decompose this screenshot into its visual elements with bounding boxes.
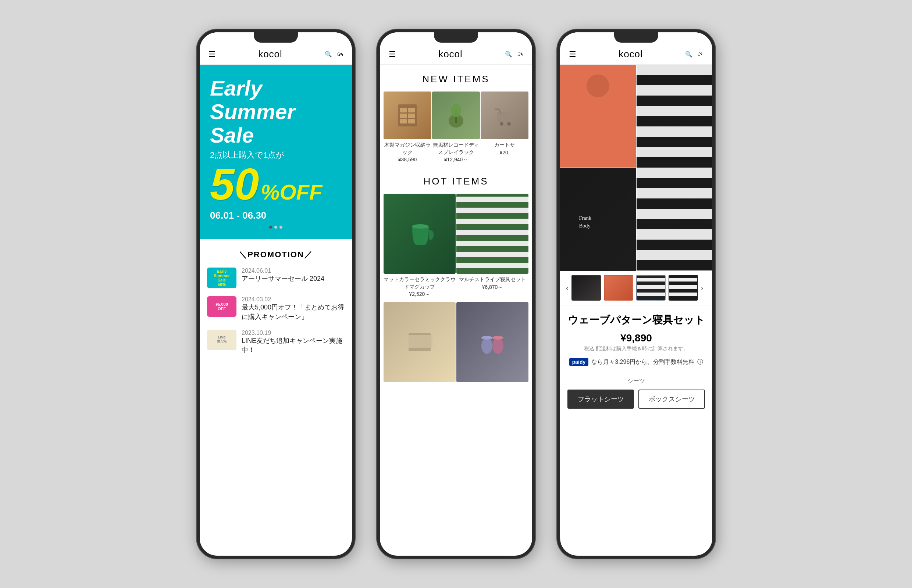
product-type: シーツ — [567, 377, 705, 385]
promo-date-2: 2024.03.02 — [241, 296, 345, 303]
phone-3: ☰ kocol 🔍 🛍 — [557, 29, 715, 559]
svg-point-19 — [492, 338, 504, 354]
promo-pink-mini: ¥5,000OFF — [215, 302, 228, 311]
promo-title-3: LINE友だち追加キャンペーン実施中！ — [241, 336, 345, 355]
dot-2 — [274, 226, 277, 229]
banner-dots — [210, 226, 342, 229]
search-icon-2[interactable]: 🔍 — [505, 51, 512, 58]
bag-icon-2[interactable]: 🛍 — [517, 51, 523, 58]
promo-info-2: 2024.03.02 最大5,000円オフ！「まとめてお得に購入キャンペーン」 — [241, 296, 345, 321]
hero-img-top-left — [560, 65, 636, 168]
svg-point-18 — [481, 338, 492, 354]
promo-item-3[interactable]: LINE友だち 2023.10.19 LINE友だち追加キャンペーン実施中！ — [207, 330, 345, 355]
hot-item-4[interactable] — [456, 302, 528, 382]
sale-subtitle: 2点以上購入で1点が — [210, 150, 342, 161]
sale-discount: 50 %OFF — [210, 162, 342, 206]
thumb-1[interactable] — [572, 275, 601, 300]
hot-item-4-img — [456, 302, 528, 382]
new-items-title: NEW ITEMS — [380, 73, 532, 85]
svg-point-21 — [492, 336, 504, 339]
thumb-2[interactable] — [604, 275, 633, 300]
svg-rect-1 — [400, 108, 407, 113]
svg-point-15 — [412, 224, 428, 229]
menu-icon-3[interactable]: ☰ — [569, 50, 576, 58]
phone-3-content: Frank Body ‹ › — [560, 65, 712, 556]
svg-text:Body: Body — [579, 223, 591, 229]
paidy-logo: paidy — [569, 358, 589, 366]
svg-rect-5 — [400, 119, 407, 123]
header-icons-3: 🔍 🛍 — [685, 51, 703, 58]
search-icon-1[interactable]: 🔍 — [325, 51, 332, 58]
promo-beige-mini: LINE友だち — [217, 336, 227, 344]
phone-2-content: NEW ITEMS 木製マガジン収納ラック — [380, 65, 532, 556]
dot-1 — [269, 226, 272, 229]
promo-item-1[interactable]: EarlySummerSale50% 2024.06.01 アーリーサマーセール… — [207, 268, 345, 288]
promo-date-3: 2023.10.19 — [241, 330, 345, 336]
paidy-info-icon[interactable]: ⓘ — [697, 358, 703, 366]
phones-container: ☰ kocol 🔍 🛍 Early Summer Sale 2点以上購入で1点が… — [197, 29, 715, 559]
new-item-1-name: 木製マガジン収納ラック — [384, 142, 431, 156]
product-name: ウェーブパターン寝具セット — [567, 313, 705, 327]
option-box[interactable]: ボックスシーツ — [638, 389, 705, 409]
paidy-text: なら月々3,296円から。分割手数料無料 — [591, 358, 694, 366]
promo-info-1: 2024.06.01 アーリーサマーセール 2024 — [241, 268, 324, 283]
logo-2: kocol — [396, 48, 505, 60]
paidy-row: paidy なら月々3,296円から。分割手数料無料 ⓘ — [567, 358, 705, 366]
header-icons-2: 🔍 🛍 — [505, 51, 523, 58]
bag-icon-3[interactable]: 🛍 — [698, 51, 703, 58]
promo-thumb-pink: ¥5,000OFF — [207, 296, 237, 317]
promo-date-1: 2024.06.01 — [241, 268, 324, 274]
promo-thumb-sale: EarlySummerSale50% — [207, 268, 237, 288]
phone-notch-1 — [254, 32, 298, 43]
product-hero: Frank Body — [560, 65, 712, 270]
new-item-2-price: ¥12,940～ — [432, 157, 480, 163]
search-icon-3[interactable]: 🔍 — [685, 51, 692, 58]
hero-img-bottom-left: Frank Body — [560, 168, 636, 271]
svg-point-11 — [500, 122, 504, 126]
svg-text:Frank: Frank — [579, 215, 592, 221]
menu-icon-2[interactable]: ☰ — [389, 50, 396, 58]
promotion-section: ＼PROMOTION／ EarlySummerSale50% 2024.06.0… — [200, 239, 352, 355]
svg-rect-2 — [408, 108, 415, 113]
hot-items-grid: マットカラーセラミッククラウドマグカップ ¥2,520～ マルチストライプ寝具セ… — [380, 194, 532, 382]
hot-items-title: HOT ITEMS — [380, 176, 532, 187]
new-item-2[interactable]: 無垢材レコードディスプレイラック ¥12,940～ — [432, 92, 480, 167]
menu-icon-1[interactable]: ☰ — [209, 50, 216, 58]
phone-notch-3 — [614, 32, 658, 43]
hot-item-1-name: マットカラーセラミッククラウドマグカップ — [384, 276, 456, 290]
thumb-3[interactable] — [636, 275, 666, 300]
bag-icon-1[interactable]: 🛍 — [337, 51, 343, 58]
next-thumb-button[interactable]: › — [701, 284, 703, 292]
new-item-1-img — [384, 92, 431, 139]
hot-item-1[interactable]: マットカラーセラミッククラウドマグカップ ¥2,520～ — [384, 194, 456, 301]
new-item-3-img — [481, 92, 528, 139]
prev-thumb-button[interactable]: ‹ — [566, 284, 569, 292]
hot-item-2-img — [456, 194, 528, 274]
svg-point-23 — [586, 74, 609, 97]
svg-point-20 — [481, 336, 492, 339]
promo-item-2[interactable]: ¥5,000OFF 2024.03.02 最大5,000円オフ！「まとめてお得に… — [207, 296, 345, 321]
svg-rect-17 — [407, 335, 433, 348]
svg-rect-3 — [400, 113, 407, 118]
hot-item-2[interactable]: マルチストライプ寝具セット ¥6,870～ — [456, 194, 528, 301]
thumb-4[interactable] — [669, 275, 698, 300]
hot-item-1-price: ¥2,520～ — [384, 291, 456, 298]
promo-title-1: アーリーサマーセール 2024 — [241, 274, 324, 283]
svg-rect-6 — [408, 119, 415, 123]
new-item-1[interactable]: 木製マガジン収納ラック ¥38,590 — [384, 92, 431, 167]
sale-off: %OFF — [261, 180, 322, 204]
svg-point-12 — [507, 122, 511, 126]
sale-dates: 06.01 - 06.30 — [210, 210, 342, 221]
new-item-3-price: ¥20, — [481, 150, 528, 155]
new-item-3[interactable]: カートサ ¥20, — [481, 92, 528, 167]
option-flat[interactable]: フラットシーツ — [567, 389, 634, 409]
svg-rect-24 — [560, 168, 636, 271]
logo-1: kocol — [216, 48, 325, 60]
sale-early-text: Early Summer Sale — [210, 76, 342, 147]
hot-item-3[interactable] — [384, 302, 456, 382]
hot-item-3-img — [384, 302, 456, 382]
svg-point-9 — [451, 104, 461, 117]
product-tax: 税込 配送料は購入手続き時に計算されます。 — [567, 346, 705, 352]
new-item-1-price: ¥38,590 — [384, 157, 431, 162]
hot-item-2-name: マルチストライプ寝具セット — [456, 276, 528, 283]
